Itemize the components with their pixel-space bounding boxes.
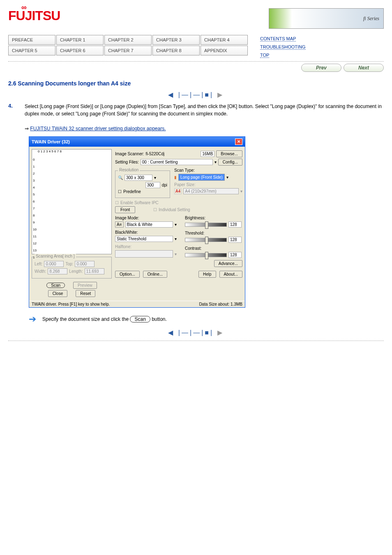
ruler-top: 0 1 2 3 4 5 6 7 8 <box>38 150 62 153</box>
preview-button: Preview <box>73 282 97 289</box>
dialog-titlebar: TWAIN Driver (32) ✕ <box>29 137 245 147</box>
image-mode-label: Image Mode: <box>115 216 177 220</box>
individual-checkbox: ☐ <box>153 207 157 212</box>
scanning-area-group: Scanning Area[ inch ] Left: 0.000 Top: 0… <box>32 257 112 279</box>
image-scanner-label: Image Scanner: <box>115 152 144 156</box>
paper-size-label: Paper Size: <box>174 182 242 187</box>
scan-type-label: Scan Type: <box>174 168 242 173</box>
chevron-down-icon[interactable]: ▾ <box>175 237 177 241</box>
chevron-down-icon: ▾ <box>240 189 242 193</box>
predefine-checkbox[interactable]: ☐ <box>118 189 122 194</box>
threshold-slider[interactable] <box>185 238 227 242</box>
preview-area: 0 1 2 3 4 5 6 7 8 0 1 2 3 4 5 6 7 8 9 10 <box>32 149 112 254</box>
chevron-down-icon[interactable]: ▾ <box>175 222 177 227</box>
scan-type-icon: ▮ <box>174 175 177 180</box>
tab-chapter-6[interactable]: CHAPTER 6 <box>56 46 104 55</box>
dpi-input[interactable]: 300 <box>145 182 160 188</box>
tab-preface[interactable]: PREFACE <box>8 35 55 45</box>
tab-chapter-4[interactable]: CHAPTER 4 <box>201 35 248 45</box>
scanning-area-label: Scanning Area[ inch ] <box>35 254 76 258</box>
result-text: FUJITSU TWAIN 32 scanner driver setting … <box>30 126 166 131</box>
config-button[interactable]: Config... <box>218 159 242 166</box>
paper-size-select: A4 (210x297mm) <box>183 188 239 194</box>
about-button[interactable]: About... <box>219 271 242 278</box>
twain-dialog: TWAIN Driver (32) ✕ 0 1 2 3 4 5 6 7 8 0 … <box>29 136 245 308</box>
divider <box>8 341 384 341</box>
tab-chapter-8[interactable]: CHAPTER 8 <box>152 46 200 55</box>
front-tab[interactable]: Front <box>115 206 135 213</box>
step-number: 4. <box>8 103 16 109</box>
threshold-value[interactable]: 128 <box>228 237 242 243</box>
tab-chapter-7[interactable]: CHAPTER 7 <box>104 46 152 55</box>
chevron-down-icon: ▾ <box>175 252 177 256</box>
link-top[interactable]: TOP <box>260 53 269 58</box>
tab-chapter-2[interactable]: CHAPTER 2 <box>104 35 152 45</box>
right-links: CONTENTS MAP TROUBLESHOOTING TOP <box>260 35 306 59</box>
online-button[interactable]: Online... <box>143 271 167 278</box>
tab-chapter-5[interactable]: CHAPTER 5 <box>8 46 55 55</box>
pager-next-icon[interactable]: ▶ <box>217 91 224 98</box>
close-icon[interactable]: ✕ <box>235 138 242 145</box>
pager-prev-icon[interactable]: ◀ <box>168 329 175 336</box>
resolution-label: Resolution <box>118 168 140 172</box>
pager-next-icon[interactable]: ▶ <box>217 329 224 336</box>
prev-button[interactable]: Prev <box>301 64 341 72</box>
section-title: 2.6 Scanning Documents longer than A4 si… <box>8 80 384 87</box>
contrast-value[interactable]: 128 <box>228 252 242 258</box>
chevron-down-icon[interactable]: ▾ <box>226 175 228 180</box>
scan-type-select[interactable]: Long page (Front Side) <box>178 174 225 181</box>
help-button[interactable]: Help <box>198 271 216 278</box>
data-size-value: 1.3MB <box>231 302 242 306</box>
contrast-label: Contrast: <box>185 246 242 251</box>
mem-value: 16MB <box>201 151 214 157</box>
option-button[interactable]: Option... <box>115 271 140 278</box>
reset-button[interactable]: Reset <box>76 290 95 297</box>
divider <box>8 61 384 62</box>
advance-button[interactable]: Advance... <box>214 260 242 267</box>
enable-ipc-checkbox: ☐ <box>115 200 119 205</box>
top-input: 0.000 <box>75 261 95 267</box>
tip-row: ➔ Specify the document size and click th… <box>29 314 384 325</box>
halftone-select <box>115 250 173 258</box>
contrast-slider[interactable] <box>185 253 227 257</box>
brightness-label: Brightness: <box>185 216 242 220</box>
link-contents-map[interactable]: CONTENTS MAP <box>260 36 296 41</box>
width-input: 8.268 <box>48 268 67 274</box>
logo-infinity-icon: ∞ <box>21 3 26 12</box>
browse-button[interactable]: Browse... <box>216 150 242 157</box>
chevron-down-icon[interactable]: ▾ <box>214 160 217 164</box>
logo-text: FUJITSU <box>8 8 60 23</box>
ruler-side: 0 1 2 3 4 5 6 7 8 9 10 11 12 13 <box>33 156 37 261</box>
dialog-title-text: TWAIN Driver (32) <box>32 139 70 144</box>
brightness-slider[interactable] <box>185 223 227 227</box>
status-text: TWAIN driver. Press [F1] key to show hel… <box>32 302 110 306</box>
arrow-right-icon: ➔ <box>29 314 36 325</box>
status-bar: TWAIN driver. Press [F1] key to show hel… <box>29 301 245 307</box>
brightness-value[interactable]: 128 <box>228 221 242 228</box>
setting-files-select[interactable]: 00 : Current Setting <box>141 159 213 165</box>
scan-button[interactable]: Scan <box>46 283 65 288</box>
step-text: Select [Long page (Front Side)] or [Long… <box>25 103 384 132</box>
next-button[interactable]: Next <box>344 64 384 72</box>
logo: ∞ FUJITSU <box>8 8 60 23</box>
pager-prev-icon[interactable]: ◀ <box>168 91 175 98</box>
tab-chapter-3[interactable]: CHAPTER 3 <box>152 35 200 45</box>
link-troubleshooting[interactable]: TROUBLESHOOTING <box>260 44 306 50</box>
chevron-down-icon[interactable]: ▾ <box>154 175 156 180</box>
image-mode-select[interactable]: Black & White <box>125 221 173 228</box>
close-button[interactable]: Close <box>48 290 68 297</box>
tab-chapter-1[interactable]: CHAPTER 1 <box>56 35 104 45</box>
a4-icon: A4 <box>174 188 182 194</box>
length-input: 11.693 <box>85 268 104 274</box>
tab-appendix[interactable]: APPENDIX <box>201 46 248 55</box>
pager-top: ◀ |—|—|■| ▶ <box>8 91 384 99</box>
scan-word: Scan <box>130 316 150 322</box>
halftone-label: Halftone: <box>115 244 177 249</box>
resolution-select[interactable]: 300 x 300 <box>125 175 152 181</box>
resolution-icon: 🔍 <box>118 175 123 180</box>
setting-files-label: Setting Files: <box>115 160 139 164</box>
image-mode-icon: A≡ <box>115 221 124 228</box>
left-input: 0.000 <box>44 261 64 267</box>
black-white-select[interactable]: Static Threshold <box>115 236 173 242</box>
nav-tabs: PREFACE CHAPTER 1 CHAPTER 2 CHAPTER 3 CH… <box>8 35 248 55</box>
